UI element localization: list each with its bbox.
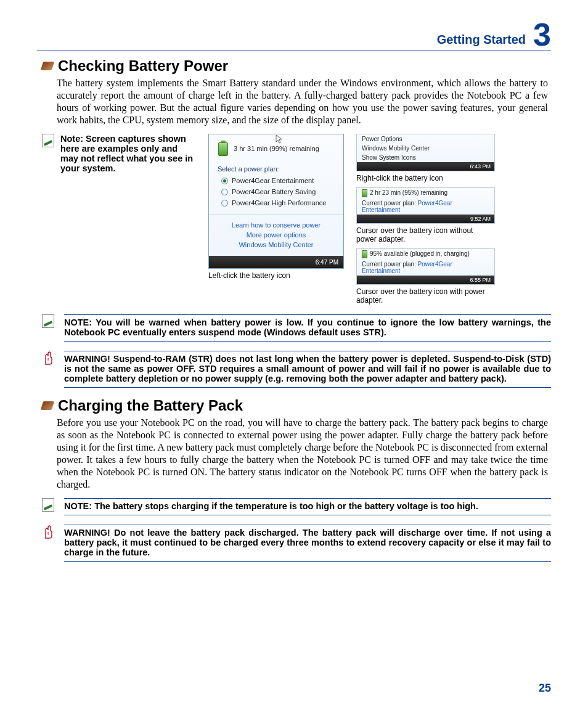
warning-row-2: ! WARNING! Do not leave the battery pack… bbox=[42, 525, 551, 562]
link-mobility-center[interactable]: Windows Mobility Center bbox=[209, 240, 343, 250]
plan-label: Select a power plan: bbox=[209, 163, 343, 175]
warning-text: WARNING! Do not leave the battery pack d… bbox=[64, 525, 551, 562]
section-title: Checking Battery Power bbox=[58, 57, 228, 75]
cursor-icon bbox=[276, 134, 283, 144]
flyout-links: Learn how to conserve power More power o… bbox=[209, 215, 343, 256]
plan-option-2[interactable]: Power4Gear Battery Saving bbox=[209, 186, 343, 197]
mini-taskbar: 6:55 PM bbox=[357, 276, 494, 284]
svg-text:!: ! bbox=[47, 357, 49, 362]
chapter-header: Getting Started 3 bbox=[37, 18, 551, 51]
section1-body: The battery system implements the Smart … bbox=[57, 77, 548, 126]
note-text: NOTE: You will be warned when battery po… bbox=[64, 314, 551, 342]
chapter-number: 3 bbox=[533, 18, 551, 51]
header-divider bbox=[37, 51, 551, 51]
context-item[interactable]: Show System Icons bbox=[357, 153, 494, 162]
link-conserve[interactable]: Learn how to conserve power bbox=[209, 220, 343, 230]
context-item[interactable]: Windows Mobility Center bbox=[357, 144, 494, 153]
section2-body: Before you use your Notebook PC on the r… bbox=[57, 417, 548, 491]
screenshot-note: Note: Screen captures shown here are exa… bbox=[60, 134, 196, 173]
battery-icon bbox=[362, 189, 367, 197]
link-more-options[interactable]: More power options bbox=[209, 230, 343, 240]
mini-taskbar: 6:43 PM bbox=[357, 162, 494, 171]
plan-option-3[interactable]: Power4Gear High Performance bbox=[209, 197, 343, 208]
radio-icon bbox=[221, 178, 228, 184]
hover-tooltip-1: 2 hr 23 min (95%) remaining Current powe… bbox=[356, 187, 495, 224]
power-flyout: 3 hr 31 min (99%) remaining Select a pow… bbox=[208, 134, 344, 269]
mini-taskbar: 9:52 AM bbox=[357, 215, 494, 223]
hover1-caption: Cursor over the battery icon without pow… bbox=[356, 226, 495, 243]
page-number: 25 bbox=[539, 682, 551, 695]
taskbar: 6:47 PM bbox=[209, 256, 343, 268]
note-icon bbox=[42, 498, 54, 512]
hover2-caption: Cursor over the battery icon with power … bbox=[356, 287, 495, 305]
svg-text:!: ! bbox=[47, 531, 49, 536]
note-row-2: NOTE: The battery stops charging if the … bbox=[42, 498, 551, 515]
context-item[interactable]: Power Options bbox=[357, 134, 494, 144]
screenshot-row: Note: Screen captures shown here are exa… bbox=[42, 134, 551, 305]
taskbar-time: 6:47 PM bbox=[316, 259, 338, 266]
context-menu-panel: Power Options Windows Mobility Center Sh… bbox=[356, 134, 495, 171]
context-caption: Right-click the battery icon bbox=[356, 174, 495, 182]
radio-icon bbox=[221, 200, 228, 207]
section-title: Charging the Battery Pack bbox=[58, 397, 243, 414]
hover-tooltip-2: 95% available (plugged in, charging) Cur… bbox=[356, 248, 495, 285]
note-icon bbox=[42, 314, 54, 328]
battery-remaining: 3 hr 31 min (99%) remaining bbox=[234, 145, 319, 152]
radio-icon bbox=[221, 189, 228, 195]
book-icon bbox=[41, 62, 55, 70]
note-icon bbox=[42, 134, 54, 147]
book-icon bbox=[41, 401, 55, 410]
warning-text: WARNING! Suspend-to-RAM (STR) does not l… bbox=[64, 351, 551, 388]
warning-row-1: ! WARNING! Suspend-to-RAM (STR) does not… bbox=[42, 351, 551, 388]
note-row-1: NOTE: You will be warned when battery po… bbox=[42, 314, 551, 342]
section-heading-battery-power: Checking Battery Power bbox=[42, 57, 551, 75]
battery-icon bbox=[362, 250, 367, 258]
flyout-caption: Left-click the battery icon bbox=[208, 271, 344, 280]
warning-hand-icon: ! bbox=[42, 351, 54, 366]
section-heading-charging: Charging the Battery Pack bbox=[42, 397, 551, 414]
warning-hand-icon: ! bbox=[42, 525, 54, 539]
plan-option-1[interactable]: Power4Gear Entertainment bbox=[209, 175, 343, 186]
chapter-title: Getting Started bbox=[437, 33, 526, 51]
note-text: NOTE: The battery stops charging if the … bbox=[64, 498, 551, 515]
battery-icon bbox=[218, 141, 229, 157]
